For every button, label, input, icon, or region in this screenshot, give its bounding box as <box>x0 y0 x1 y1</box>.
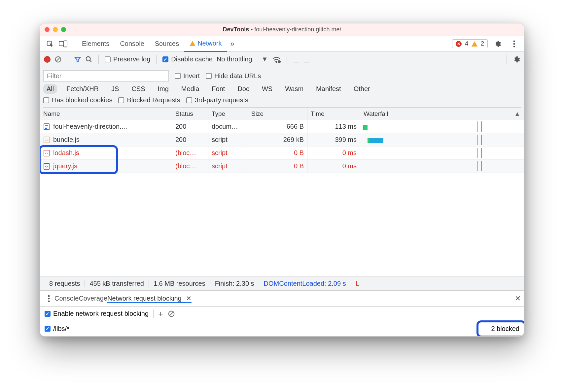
col-type[interactable]: Type <box>208 108 248 120</box>
request-size: 269 kB <box>248 133 307 146</box>
close-window-button[interactable] <box>45 27 50 32</box>
inspect-element-icon[interactable] <box>43 37 56 50</box>
hide-data-urls-checkbox[interactable]: Hide data URLs <box>206 72 261 80</box>
request-status: (bloc… <box>172 160 208 173</box>
request-status: 200 <box>172 133 208 146</box>
drawer-tab-coverage[interactable]: Coverage <box>79 295 107 302</box>
checkbox-checked-icon <box>162 56 168 62</box>
checkbox-icon <box>105 56 111 62</box>
request-waterfall <box>360 160 524 173</box>
col-status[interactable]: Status <box>172 108 208 120</box>
tab-sources[interactable]: Sources <box>150 36 184 51</box>
drawer: Console Coverage Network request blockin… <box>40 290 524 336</box>
request-status: 200 <box>172 120 208 133</box>
network-conditions-icon[interactable] <box>272 56 281 63</box>
script-icon: <> <box>43 149 50 157</box>
filter-type-font[interactable]: Font <box>208 84 228 94</box>
error-count: 4 <box>465 40 468 47</box>
import-har-icon[interactable] <box>293 56 300 63</box>
panel-settings-icon[interactable] <box>513 56 520 63</box>
request-name: foul-heavenly-direction.… <box>53 123 128 130</box>
separator <box>73 39 73 49</box>
col-name[interactable]: Name <box>40 108 172 120</box>
checkbox-checked-icon <box>45 311 51 317</box>
issues-badge[interactable]: ✕4 2 <box>452 39 488 48</box>
has-blocked-cookies-checkbox[interactable]: Has blocked cookies <box>43 96 112 104</box>
network-toolbar: Preserve log Disable cache No throttling… <box>40 52 524 67</box>
svg-line-9 <box>90 60 91 62</box>
close-drawer-icon[interactable]: ✕ <box>515 294 521 303</box>
drawer-kebab-icon[interactable] <box>43 295 54 302</box>
add-pattern-icon[interactable]: + <box>158 310 163 318</box>
filter-input[interactable] <box>43 70 169 82</box>
search-icon[interactable] <box>85 56 92 63</box>
filter-type-other[interactable]: Other <box>350 84 373 94</box>
request-size: 0 B <box>248 160 307 173</box>
preserve-log-checkbox[interactable]: Preserve log <box>105 55 150 63</box>
settings-icon[interactable] <box>491 37 504 50</box>
export-har-icon[interactable] <box>303 56 310 63</box>
table-row[interactable]: <>lodash.js(bloc…script0 B0 ms <box>40 147 524 160</box>
tab-network[interactable]: Network <box>184 36 227 52</box>
svg-point-23 <box>48 298 50 299</box>
blocked-requests-checkbox[interactable]: Blocked Requests <box>118 96 180 104</box>
disable-cache-checkbox[interactable]: Disable cache <box>162 55 213 63</box>
svg-rect-2 <box>64 41 67 47</box>
filter-type-media[interactable]: Media <box>178 84 202 94</box>
filter-type-css[interactable]: CSS <box>128 84 148 94</box>
table-row[interactable]: <>jquery.js(bloc…script0 B0 ms <box>40 160 524 173</box>
main-tabs: Elements Console Sources Network » ✕4 2 <box>40 36 524 52</box>
filter-type-manifest[interactable]: Manifest <box>313 84 344 94</box>
record-button[interactable] <box>44 56 51 63</box>
tab-elements[interactable]: Elements <box>77 36 115 51</box>
filter-type-ws[interactable]: WS <box>259 84 276 94</box>
script-icon: <> <box>43 163 50 170</box>
summary-finish: Finish: 2.30 s <box>210 280 259 287</box>
table-row[interactable]: foul-heavenly-direction.…200docum…666 B1… <box>40 120 524 133</box>
third-party-requests-checkbox[interactable]: 3rd-party requests <box>186 96 248 104</box>
request-type: script <box>208 147 248 159</box>
summary-load: L <box>351 280 364 287</box>
filter-type-fetch-xhr[interactable]: Fetch/XHR <box>63 84 102 94</box>
col-size[interactable]: Size <box>248 108 307 120</box>
clear-icon[interactable] <box>54 56 62 63</box>
throttling-select[interactable]: No throttling ▼ <box>217 55 268 63</box>
blocking-pattern-row[interactable]: /libs/* 2 blocked <box>40 321 524 336</box>
close-tab-icon[interactable]: ✕ <box>186 295 192 302</box>
more-tabs-button[interactable]: » <box>227 40 238 48</box>
drawer-tab-network-request-blocking[interactable]: Network request blocking ✕ <box>107 294 192 303</box>
devtools-window: DevTools - foul-heavenly-direction.glitc… <box>40 23 524 337</box>
pattern-count: 2 blocked <box>491 325 519 333</box>
filter-type-js[interactable]: JS <box>108 84 122 94</box>
filter-toggle-icon[interactable] <box>74 56 81 63</box>
request-type: script <box>208 160 248 173</box>
network-table: Name Status Type Size Time Waterfall▲ fo… <box>40 108 524 277</box>
svg-line-26 <box>170 312 173 315</box>
filter-type-wasm[interactable]: Wasm <box>282 84 307 94</box>
sort-asc-icon: ▲ <box>514 110 520 117</box>
table-row[interactable]: <>bundle.js200script269 kB399 ms <box>40 133 524 147</box>
svg-text:<>: <> <box>45 139 49 142</box>
invert-checkbox[interactable]: Invert <box>175 72 200 80</box>
filter-type-all[interactable]: All <box>43 84 57 94</box>
minimize-window-button[interactable] <box>53 27 58 32</box>
zoom-window-button[interactable] <box>61 27 66 32</box>
warning-icon <box>472 41 477 47</box>
svg-point-8 <box>86 56 90 61</box>
col-waterfall[interactable]: Waterfall▲ <box>360 108 524 120</box>
remove-all-patterns-icon[interactable] <box>168 310 175 317</box>
enable-blocking-checkbox[interactable]: Enable network request blocking <box>45 310 149 317</box>
request-name: bundle.js <box>53 136 80 144</box>
request-waterfall <box>360 147 524 159</box>
tab-console[interactable]: Console <box>115 36 149 51</box>
kebab-menu-icon[interactable] <box>508 37 521 50</box>
drawer-tab-console[interactable]: Console <box>54 295 79 302</box>
svg-text:<>: <> <box>45 152 49 155</box>
error-icon: ✕ <box>456 41 462 47</box>
device-toolbar-icon[interactable] <box>56 37 70 50</box>
filter-type-doc[interactable]: Doc <box>234 84 253 94</box>
request-name: jquery.js <box>53 162 77 170</box>
col-time[interactable]: Time <box>307 108 360 120</box>
filter-type-img[interactable]: Img <box>155 84 172 94</box>
warning-icon <box>190 41 195 46</box>
